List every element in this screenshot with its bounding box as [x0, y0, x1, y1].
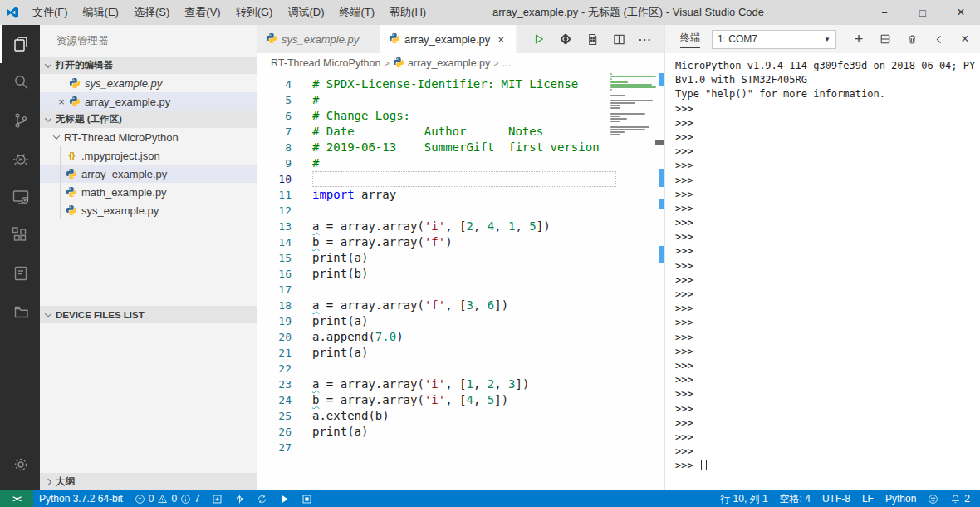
terminal-active-prompt[interactable]: >>>	[675, 459, 980, 473]
vscode-logo-icon	[0, 6, 25, 19]
line-number: 5	[257, 92, 292, 108]
remote-device-icon[interactable]	[0, 178, 40, 216]
folder-icon[interactable]	[0, 293, 40, 331]
debug-icon[interactable]	[0, 140, 40, 178]
close-icon[interactable]: ×	[494, 33, 507, 46]
warning-icon	[157, 494, 168, 505]
tree-file-row[interactable]: math_example.py	[40, 183, 257, 201]
terminal-prompt-line: >>>	[675, 230, 980, 244]
section-device-files[interactable]: DEVICE FILES LIST	[40, 306, 257, 323]
cursor-position-status[interactable]: 行 10, 列 1	[714, 492, 773, 506]
maximize-button[interactable]: □	[904, 0, 942, 25]
indentation-status[interactable]: 空格: 4	[774, 492, 816, 506]
vscode-window: 文件(F)编辑(E)选择(S)查看(V)转到(G)调试(D)终端(T)帮助(H)…	[0, 0, 980, 507]
add-device-button[interactable]	[206, 494, 228, 505]
settings-icon[interactable]	[0, 445, 40, 484]
python-file-icon	[68, 77, 81, 89]
minimap-line	[610, 76, 656, 77]
section-workspace[interactable]: 无标题 (工作区)	[40, 111, 257, 128]
code-editor[interactable]: 3#4# SPDX-License-Identifier: MIT Licens…	[257, 73, 664, 490]
terminal-device-select[interactable]: 1: COM7 ▼	[712, 30, 836, 49]
code-text: a = array.array('i', [1, 2, 3])	[292, 377, 529, 392]
menu-item-0[interactable]: 文件(F)	[25, 0, 76, 25]
stop-button[interactable]	[296, 494, 318, 505]
tree-file-row[interactable]: sys_example.py	[40, 201, 257, 219]
menu-item-3[interactable]: 查看(V)	[177, 0, 228, 25]
tree-file-row[interactable]: array_example.py	[40, 165, 257, 183]
run-file-button[interactable]	[273, 494, 296, 505]
indent-guide	[60, 146, 61, 219]
split-terminal-button[interactable]	[879, 32, 892, 46]
run-python-file-button[interactable]	[532, 32, 546, 47]
close-button[interactable]: ×	[942, 0, 980, 25]
terminal-line: MicroPython v1.9.4-114-g309fe39d on 2018…	[675, 59, 980, 73]
minimap-line	[610, 105, 620, 106]
python-file-icon	[68, 96, 81, 107]
line-number: 11	[257, 187, 292, 203]
open-editor-item[interactable]: ×array_example.py	[40, 92, 257, 111]
encoding-status[interactable]: UTF-8	[816, 493, 856, 505]
breadcrumb[interactable]: RT-Thread MicroPython > array_example.py…	[257, 53, 664, 73]
terminal-output[interactable]: MicroPython v1.9.4-114-g309fe39d on 2018…	[665, 53, 980, 490]
section-outline[interactable]: 大纲	[40, 473, 257, 490]
menu-item-4[interactable]: 转到(G)	[228, 0, 281, 25]
breadcrumb-file[interactable]: array_example.py	[408, 57, 490, 69]
split-editor-button[interactable]	[611, 32, 626, 47]
maximize-panel-button[interactable]	[932, 32, 945, 46]
minimap[interactable]	[610, 73, 659, 140]
minimap-line	[610, 118, 627, 120]
code-line-16: 16print(b)	[257, 266, 664, 282]
terminal-prompt-line: >>>	[675, 431, 980, 445]
search-icon[interactable]	[0, 63, 40, 101]
tab-array_example.py[interactable]: array_example.py×	[380, 25, 517, 53]
menu-item-7[interactable]: 帮助(H)	[382, 0, 434, 25]
more-actions-button[interactable]: ···	[638, 32, 653, 47]
tab-terminal[interactable]: 终端	[680, 31, 700, 48]
minimize-button[interactable]: −	[865, 0, 904, 25]
eol-status[interactable]: LF	[856, 493, 880, 505]
sync-button[interactable]	[251, 494, 273, 505]
close-icon[interactable]: ×	[55, 96, 68, 108]
notifications-button[interactable]: 2	[944, 493, 980, 505]
terminal-device-value: 1: COM7	[718, 33, 757, 45]
language-mode-status[interactable]: Python	[880, 493, 922, 505]
section-open-editors[interactable]: 打开的编辑器	[40, 57, 257, 74]
menu-item-1[interactable]: 编辑(E)	[76, 0, 126, 25]
terminal-line: Type "help()" for more information.	[675, 87, 980, 101]
code-line-24: 24b = array.array('i', [4, 5])	[257, 392, 664, 408]
overview-ruler[interactable]	[659, 73, 664, 490]
remote-indicator[interactable]: ><	[0, 490, 33, 507]
code-text	[292, 282, 312, 298]
python-interpreter-status[interactable]: Python 3.7.2 64-bit	[33, 493, 129, 505]
chevron-down-icon	[45, 310, 51, 317]
notes-icon[interactable]	[0, 254, 40, 293]
code-text: print(a)	[292, 250, 368, 266]
minimap-line	[610, 129, 645, 130]
menu-item-2[interactable]: 选择(S)	[126, 0, 177, 25]
file-label: sys_example.py	[81, 204, 159, 217]
close-panel-button[interactable]: ×	[958, 32, 972, 46]
code-line-13: 13a = array.array('i', [2, 4, 1, 5])	[257, 219, 664, 234]
breadcrumb-more[interactable]: ...	[502, 57, 511, 69]
breadcrumb-folder[interactable]: RT-Thread MicroPython	[271, 57, 380, 69]
minimap-line	[610, 86, 656, 88]
kill-terminal-button[interactable]	[905, 32, 919, 46]
explorer-icon[interactable]	[0, 25, 40, 63]
micropython-run-button[interactable]	[558, 32, 573, 47]
feedback-button[interactable]	[922, 494, 944, 505]
code-line-5: 5#	[257, 92, 664, 108]
tab-sys_example.py[interactable]: sys_example.py	[257, 25, 380, 53]
terminal-prompt-line: >>>	[675, 445, 980, 459]
source-control-icon[interactable]	[0, 101, 40, 140]
folder-row[interactable]: RT-Thread MicroPython	[40, 128, 257, 146]
problems-status[interactable]: 0 0 7	[129, 493, 206, 505]
menu-item-5[interactable]: 调试(D)	[280, 0, 331, 25]
usb-connect-button[interactable]	[228, 494, 251, 505]
file-label: sys_example.py	[85, 77, 162, 90]
tree-file-row[interactable]: {}.mpyproject.json	[40, 146, 257, 165]
binary-file-button[interactable]	[585, 32, 600, 47]
menu-item-6[interactable]: 终端(T)	[331, 0, 382, 25]
new-terminal-button[interactable]: +	[852, 32, 865, 46]
extensions-icon[interactable]	[0, 216, 40, 254]
open-editor-item[interactable]: sys_example.py	[40, 74, 257, 92]
